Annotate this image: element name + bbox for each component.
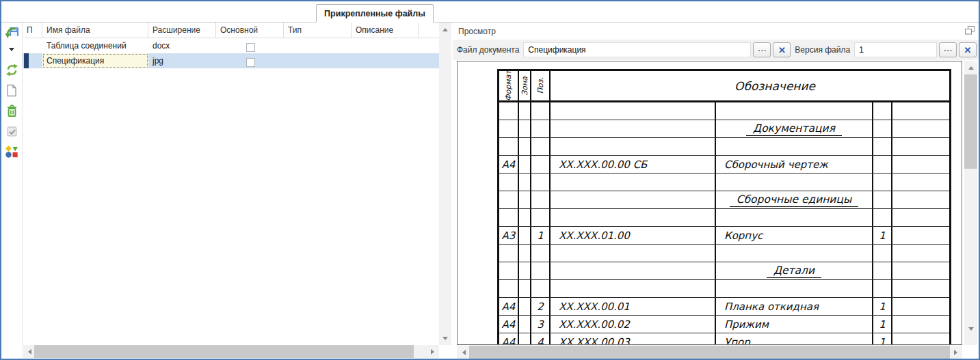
attach-save-icon[interactable] [4, 25, 19, 40]
spec-cell-name: Упор [716, 333, 873, 345]
spec-cell-zone [519, 138, 531, 155]
float-panel-icon[interactable] [965, 26, 975, 37]
file-row[interactable]: Таблица соединенийdocx [23, 38, 439, 53]
file-extension-cell[interactable]: jpg [148, 53, 216, 68]
file-version-clear-button[interactable]: ✕ [959, 42, 977, 57]
preview-scroll-left-arrow[interactable] [458, 347, 469, 357]
spec-cell-note [892, 102, 949, 120]
file-version-browse-button[interactable]: ⋯ [939, 42, 957, 57]
spec-cell-pos [531, 262, 551, 279]
spec-header-row: Формат Зона Поз. Обозначение Наименовани… [499, 71, 949, 102]
spec-cell-qty [873, 156, 892, 173]
preview-scroll-up-arrow[interactable] [964, 62, 977, 73]
components-icon[interactable] [4, 144, 19, 159]
file-main-cell[interactable] [216, 38, 284, 53]
spec-cell-note [892, 191, 949, 208]
spec-cell-format [499, 138, 519, 155]
spec-cell-name [716, 280, 873, 297]
files-scroll-left-arrow[interactable] [24, 346, 35, 357]
spec-cell-pos [531, 280, 551, 297]
column-header-ext[interactable]: Расширение [148, 23, 216, 38]
file-row[interactable]: Спецификацияjpg [23, 53, 439, 68]
new-document-icon[interactable] [4, 83, 19, 98]
spec-cell-pos: 4 [531, 333, 551, 345]
file-description-cell[interactable] [352, 38, 419, 53]
files-scroll-up-arrow[interactable] [439, 24, 451, 35]
spec-cell-pos: 1 [531, 227, 551, 244]
spec-header-designation: Обозначение [551, 71, 962, 100]
files-scroll-down-arrow[interactable] [439, 333, 451, 344]
approve-check-icon[interactable] [4, 124, 19, 139]
main-area: П Имя файла Расширение Основной Тип Опис… [1, 23, 979, 359]
column-header-p[interactable]: П [23, 23, 42, 38]
document-file-label: Файл документа [455, 45, 521, 55]
column-header-name[interactable]: Имя файла [42, 23, 148, 38]
spec-cell-pos [531, 174, 551, 191]
spec-cell-zone [519, 227, 531, 244]
spec-cell-designation [551, 174, 716, 191]
spec-cell-designation: XX.XXX.00.02 [551, 316, 716, 333]
file-row-indicator-cell[interactable] [23, 53, 42, 68]
spec-cell-format: А4 [499, 316, 519, 333]
file-description-cell[interactable] [352, 53, 419, 68]
files-table: П Имя файла Расширение Основной Тип Опис… [23, 23, 439, 68]
file-type-cell[interactable] [284, 38, 352, 53]
spec-row: А4XX.XXX.00.00 СБСборочный чертеж [499, 156, 949, 174]
document-file-input[interactable]: Спецификация [523, 42, 751, 57]
files-hscroll-thumb[interactable] [34, 345, 414, 358]
document-file-browse-button[interactable]: ⋯ [753, 42, 771, 57]
spec-cell-name: Детали [716, 262, 873, 279]
files-table-header: П Имя файла Расширение Основной Тип Опис… [23, 23, 439, 38]
spec-cell-note [892, 245, 949, 262]
spec-cell-name [716, 245, 873, 262]
spec-cell-note [892, 316, 949, 333]
spec-cell-designation [551, 138, 716, 155]
files-scroll-right-arrow[interactable] [427, 346, 438, 357]
files-toolbar [1, 23, 23, 345]
column-header-desc[interactable]: Описание [352, 23, 419, 38]
spec-cell-format [499, 174, 519, 191]
file-extension-cell[interactable]: docx [148, 38, 216, 53]
dropdown-arrow-icon[interactable] [4, 46, 19, 53]
column-header-type[interactable]: Тип [284, 23, 352, 38]
spec-cell-zone [519, 280, 531, 297]
spec-cell-qty [873, 174, 892, 191]
delete-icon[interactable] [4, 103, 19, 118]
file-version-input[interactable]: 1 [854, 42, 937, 57]
preview-field-row: Файл документа Спецификация ⋯ ✕ Версия ф… [453, 40, 979, 60]
spec-cell-format [499, 245, 519, 262]
file-name-cell[interactable]: Спецификация [42, 53, 148, 68]
preview-scroll-down-arrow[interactable] [964, 323, 977, 334]
spec-header-pos: Поз. [531, 71, 551, 100]
spec-row: Детали [499, 262, 949, 280]
spec-row: Документация [499, 120, 949, 138]
document-file-clear-button[interactable]: ✕ [773, 42, 791, 57]
main-file-checkbox[interactable] [246, 43, 255, 52]
preview-scroll-right-arrow[interactable] [950, 347, 961, 357]
column-header-main[interactable]: Основной [216, 23, 284, 38]
main-file-checkbox[interactable] [246, 58, 255, 67]
spec-cell-note [892, 156, 949, 173]
files-vertical-scrollbar[interactable] [439, 23, 451, 345]
file-main-cell[interactable] [216, 53, 284, 68]
spec-cell-format: А4 [499, 298, 519, 315]
spec-cell-name: Сборочные единицы [716, 191, 873, 208]
spec-row: А31XX.XXX.01.00Корпус1 [499, 227, 949, 245]
refresh-icon[interactable] [4, 62, 19, 77]
file-name-cell[interactable]: Таблица соединений [42, 38, 148, 53]
spec-cell-qty [873, 138, 892, 155]
file-type-cell[interactable] [284, 53, 352, 68]
spec-row [499, 102, 949, 120]
spec-cell-pos: 3 [531, 316, 551, 333]
spec-section-title: Документация [746, 122, 842, 136]
spec-header-format: Формат [499, 71, 519, 100]
spec-cell-note [892, 138, 949, 155]
spec-cell-name: Прижим [716, 316, 873, 333]
preview-vscroll-thumb[interactable] [964, 74, 977, 169]
tab-label: Прикрепленные файлы [324, 9, 425, 18]
spec-cell-designation: XX.XXX.00.00 СБ [551, 156, 716, 173]
preview-hscroll-thumb[interactable] [469, 346, 950, 359]
file-row-indicator-cell[interactable] [23, 38, 42, 53]
tab-attached-files[interactable]: Прикрепленные файлы [316, 4, 434, 23]
file-filler-cell [419, 38, 439, 53]
